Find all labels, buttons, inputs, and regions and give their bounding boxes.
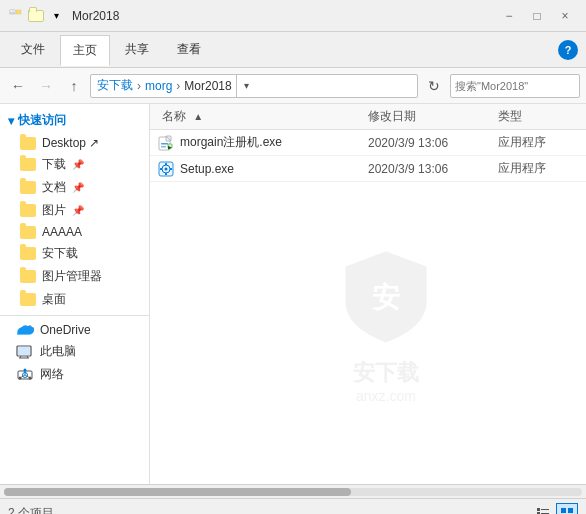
search-input[interactable]: [455, 80, 586, 92]
item-count: 2 个项目: [8, 505, 54, 514]
minimize-button[interactable]: −: [496, 3, 522, 29]
exe-icon-0: ▶: [158, 135, 174, 151]
sidebar-item-desktop2[interactable]: 桌面: [0, 288, 149, 311]
breadcrumb-item-1[interactable]: morg: [145, 79, 172, 93]
refresh-button[interactable]: ↻: [422, 74, 446, 98]
folder-icon: [20, 226, 36, 239]
sidebar-item-downloads[interactable]: 下载 📌: [0, 153, 149, 176]
svg-point-26: [165, 167, 168, 170]
svg-rect-2: [10, 10, 13, 12]
ribbon-tab-file[interactable]: 文件: [8, 34, 58, 65]
breadcrumb-dropdown-button[interactable]: ▾: [236, 74, 256, 98]
close-button[interactable]: ×: [552, 3, 578, 29]
view-toggle-large-icons[interactable]: [556, 503, 578, 515]
col-type-label: 类型: [498, 109, 522, 123]
svg-rect-20: [161, 143, 168, 145]
sidebar-item-anxia[interactable]: 安下载: [0, 242, 149, 265]
file-item-0[interactable]: ▶ morgain注册机.exe 2020/3/9 13:06 应用程序: [150, 130, 586, 156]
sidebar-item-label: 图片管理器: [42, 268, 102, 285]
svg-rect-8: [18, 347, 30, 355]
sidebar-item-desktop[interactable]: Desktop ↗: [0, 133, 149, 153]
svg-rect-3: [13, 10, 15, 12]
file-name-label-1: Setup.exe: [180, 162, 234, 176]
svg-rect-27: [165, 163, 167, 165]
sidebar-item-label: 文档: [42, 179, 66, 196]
svg-rect-1: [16, 10, 21, 14]
file-name-0: ▶ morgain注册机.exe: [158, 134, 368, 151]
sidebar-item-label: 图片: [42, 202, 66, 219]
folder-icon: [20, 204, 36, 217]
folder-icon: [20, 293, 36, 306]
quick-access-label: 快速访问: [18, 112, 66, 129]
pin-icon: 📌: [72, 205, 84, 216]
quick-access-arrow: ▾: [8, 114, 14, 128]
setup-icon-1: [158, 161, 174, 177]
sidebar-item-pictures[interactable]: 图片 📌: [0, 199, 149, 222]
back-button[interactable]: ←: [6, 74, 30, 98]
file-list: 安 安下载 anxz.com 名称 ▲ 修改日期 类型: [150, 104, 586, 484]
watermark: 安 安下载 anxz.com: [341, 247, 431, 404]
ribbon: 文件 主页 共享 查看 ?: [0, 32, 586, 68]
folder-icon: [20, 137, 36, 150]
forward-button[interactable]: →: [34, 74, 58, 98]
file-list-header: 名称 ▲ 修改日期 类型: [150, 104, 586, 130]
col-header-type[interactable]: 类型: [498, 108, 578, 125]
sidebar-item-imgmanager[interactable]: 图片管理器: [0, 265, 149, 288]
view-toggles: [532, 503, 578, 515]
svg-rect-31: [537, 508, 540, 511]
pc-icon: [16, 345, 34, 359]
view-toggle-details[interactable]: [532, 503, 554, 515]
maximize-button[interactable]: □: [524, 3, 550, 29]
scrollbar-track[interactable]: [4, 488, 582, 496]
svg-rect-30: [170, 168, 172, 170]
network-icon: [16, 368, 34, 382]
file-date-0: 2020/3/9 13:06: [368, 136, 498, 150]
col-date-label: 修改日期: [368, 109, 416, 123]
scrollbar-thumb[interactable]: [4, 488, 351, 496]
sidebar-item-label: AAAAA: [42, 225, 82, 239]
svg-rect-38: [568, 508, 573, 513]
breadcrumb-current: Mor2018: [184, 79, 231, 93]
breadcrumb-sep-0: ›: [137, 79, 141, 93]
sidebar-item-thispc[interactable]: 此电脑: [0, 340, 149, 363]
ribbon-tab-view[interactable]: 查看: [164, 34, 214, 65]
sidebar-item-aaaaa[interactable]: AAAAA: [0, 222, 149, 242]
svg-text:安: 安: [370, 281, 400, 313]
breadcrumb-item-0[interactable]: 安下载: [97, 77, 133, 94]
svg-rect-28: [165, 173, 167, 175]
app-icon-back: [8, 8, 24, 24]
window-controls: − □ ×: [496, 3, 578, 29]
sidebar-item-label: 此电脑: [40, 343, 76, 360]
sidebar-item-label: 桌面: [42, 291, 66, 308]
ribbon-tab-home[interactable]: 主页: [60, 35, 110, 66]
breadcrumb-bar: 安下载 › morg › Mor2018 ▾: [90, 74, 418, 98]
navigation-bar: ← → ↑ 安下载 › morg › Mor2018 ▾ ↻ 🔍: [0, 68, 586, 104]
folder-icon: [20, 181, 36, 194]
help-button[interactable]: ?: [558, 40, 578, 60]
sidebar-item-documents[interactable]: 文档 📌: [0, 176, 149, 199]
up-button[interactable]: ↑: [62, 74, 86, 98]
title-bar: ▾ Mor2018 − □ ×: [0, 0, 586, 32]
col-header-name[interactable]: 名称 ▲: [158, 108, 368, 125]
sidebar-item-label: 网络: [40, 366, 64, 383]
svg-rect-37: [561, 508, 566, 513]
sidebar-item-label: OneDrive: [40, 323, 91, 337]
sidebar-item-network[interactable]: 网络: [0, 363, 149, 386]
horizontal-scrollbar[interactable]: [0, 484, 586, 498]
quick-access-header[interactable]: ▾ 快速访问: [0, 108, 149, 133]
pin-icon: 📌: [72, 159, 84, 170]
sidebar-item-onedrive[interactable]: OneDrive: [0, 320, 149, 340]
title-bar-arrow: ▾: [48, 8, 64, 24]
col-header-date[interactable]: 修改日期: [368, 108, 498, 125]
title-bar-folder-icon: [28, 10, 44, 22]
sidebar-divider: [0, 315, 149, 316]
svg-rect-29: [160, 168, 162, 170]
ribbon-tab-share[interactable]: 共享: [112, 34, 162, 65]
file-item-1[interactable]: Setup.exe 2020/3/9 13:06 应用程序: [150, 156, 586, 182]
sort-indicator: ▲: [193, 111, 203, 122]
folder-icon: [20, 270, 36, 283]
search-box[interactable]: 🔍: [450, 74, 580, 98]
svg-text:▶: ▶: [168, 144, 172, 150]
file-date-1: 2020/3/9 13:06: [368, 162, 498, 176]
folder-icon: [20, 158, 36, 171]
